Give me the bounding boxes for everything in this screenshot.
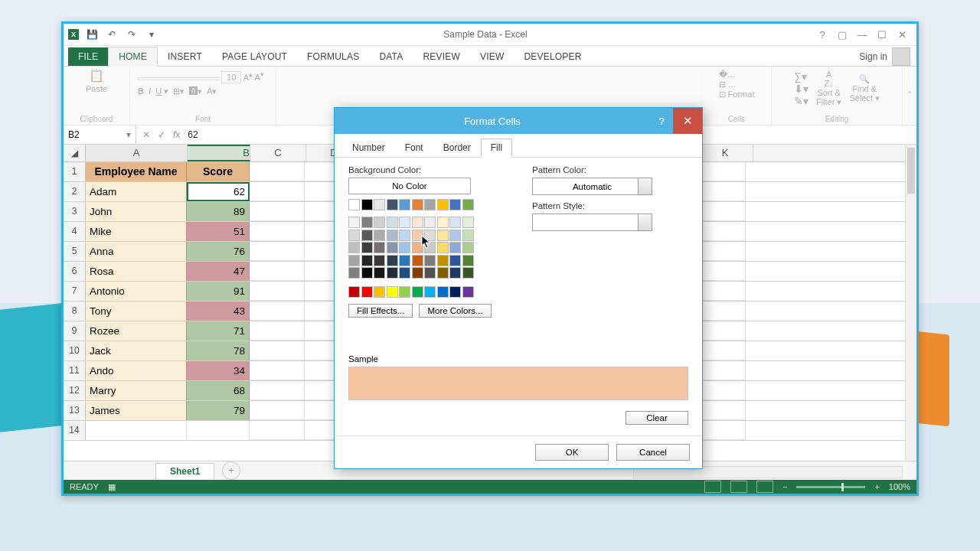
tab-fill[interactable]: Fill — [481, 139, 512, 158]
enter-formula-icon[interactable]: ✓ — [158, 129, 165, 140]
color-swatch[interactable] — [374, 230, 385, 241]
tab-view[interactable]: VIEW — [470, 47, 514, 66]
color-swatch[interactable] — [462, 217, 474, 228]
col-header-k[interactable]: K — [697, 145, 753, 161]
pattern-color-select[interactable]: Automatic — [532, 178, 652, 195]
color-swatch[interactable] — [374, 286, 385, 298]
zoom-level[interactable]: 100% — [889, 482, 910, 491]
tab-font[interactable]: Font — [395, 139, 433, 157]
color-swatch[interactable] — [412, 230, 423, 241]
cell[interactable]: 34 — [187, 361, 250, 380]
cell[interactable]: Anna — [86, 242, 187, 261]
minimize-icon[interactable]: — — [852, 29, 872, 41]
row-header[interactable]: 1 — [64, 162, 86, 181]
color-swatch[interactable] — [424, 199, 436, 210]
color-swatch[interactable] — [412, 255, 423, 266]
cell[interactable]: 78 — [187, 341, 250, 360]
dialog-help-icon[interactable]: ? — [650, 116, 673, 127]
color-swatch[interactable] — [348, 242, 360, 253]
row-header[interactable]: 8 — [64, 302, 86, 321]
color-swatch[interactable] — [387, 267, 398, 279]
color-swatch[interactable] — [387, 230, 398, 241]
row-header[interactable]: 6 — [64, 262, 86, 281]
color-swatch[interactable] — [449, 199, 461, 210]
cell[interactable]: Marry — [86, 381, 187, 400]
col-header-a[interactable]: A — [86, 145, 188, 161]
color-swatch[interactable] — [361, 255, 373, 266]
color-swatch[interactable] — [424, 217, 436, 228]
color-swatch[interactable] — [449, 217, 461, 228]
color-swatch[interactable] — [374, 255, 385, 266]
color-swatch[interactable] — [361, 230, 373, 241]
cell[interactable]: Employee Name — [86, 162, 187, 181]
color-swatch[interactable] — [412, 217, 423, 228]
color-swatch[interactable] — [424, 286, 436, 298]
tab-border[interactable]: Border — [433, 139, 481, 157]
pattern-style-select[interactable] — [532, 214, 652, 231]
row-header[interactable]: 10 — [64, 341, 86, 360]
color-swatch[interactable] — [374, 267, 385, 279]
cell[interactable]: John — [86, 202, 187, 221]
cell[interactable]: 89 — [187, 202, 250, 221]
dialog-close-icon[interactable]: ✕ — [673, 108, 702, 134]
color-swatch[interactable] — [399, 230, 410, 241]
color-swatch[interactable] — [437, 242, 449, 253]
color-swatch[interactable] — [399, 242, 410, 253]
row-header[interactable]: 12 — [64, 381, 86, 400]
ok-button[interactable]: OK — [535, 444, 609, 461]
color-swatch[interactable] — [387, 242, 398, 253]
view-normal-icon[interactable] — [704, 481, 721, 493]
tab-data[interactable]: DATA — [369, 47, 413, 66]
find-select-button[interactable]: 🔍Find & Select ▾ — [849, 74, 880, 103]
view-page-break-icon[interactable] — [756, 481, 773, 493]
cell[interactable]: 62 — [187, 182, 250, 201]
color-swatch[interactable] — [361, 217, 373, 228]
color-swatch[interactable] — [374, 199, 385, 210]
macro-record-icon[interactable]: ▦ — [108, 482, 116, 492]
color-swatch[interactable] — [437, 199, 449, 210]
color-swatch[interactable] — [449, 267, 461, 279]
maximize-icon[interactable]: ☐ — [872, 29, 892, 41]
new-sheet-icon[interactable]: ＋ — [222, 461, 240, 480]
sign-in[interactable]: Sign in — [859, 47, 910, 66]
tab-home[interactable]: HOME — [108, 47, 158, 67]
color-swatch[interactable] — [449, 230, 461, 241]
name-box[interactable]: B2▾ — [64, 126, 136, 144]
col-header-c[interactable]: C — [250, 145, 306, 161]
color-swatch[interactable] — [424, 230, 436, 241]
color-swatch[interactable] — [437, 230, 449, 241]
cell[interactable]: 91 — [187, 282, 250, 301]
color-swatch[interactable] — [437, 255, 449, 266]
clear-button[interactable]: Clear — [626, 411, 688, 425]
cell[interactable]: Ando — [86, 361, 187, 380]
color-swatch[interactable] — [437, 286, 449, 298]
cell[interactable]: 76 — [187, 242, 250, 261]
tab-developer[interactable]: DEVELOPER — [514, 47, 591, 66]
undo-icon[interactable]: ↶ — [105, 29, 119, 40]
color-swatch[interactable] — [462, 255, 474, 266]
cell[interactable]: 51 — [187, 222, 250, 241]
row-header[interactable]: 3 — [64, 202, 86, 221]
cell[interactable]: 68 — [187, 381, 250, 400]
color-swatch[interactable] — [424, 267, 436, 279]
ribbon-options-icon[interactable]: ▢ — [832, 29, 852, 41]
color-swatch[interactable] — [387, 286, 398, 298]
color-swatch[interactable] — [348, 230, 360, 241]
tab-number[interactable]: Number — [342, 139, 395, 157]
color-swatch[interactable] — [449, 286, 461, 298]
color-swatch[interactable] — [399, 255, 410, 266]
save-icon[interactable]: 💾 — [85, 29, 99, 40]
color-swatch[interactable] — [387, 217, 398, 228]
cell[interactable]: James — [86, 401, 187, 420]
insert-cells-icon[interactable]: �…⊟ …⊡ Format — [719, 70, 755, 99]
col-header-b[interactable]: B — [188, 145, 250, 161]
select-all[interactable]: ◢ — [64, 145, 86, 161]
color-swatch[interactable] — [374, 217, 385, 228]
redo-icon[interactable]: ↷ — [125, 29, 139, 40]
row-header[interactable]: 9 — [64, 321, 86, 341]
color-swatch[interactable] — [374, 242, 385, 253]
color-swatch[interactable] — [361, 242, 373, 253]
color-swatch[interactable] — [437, 217, 449, 228]
color-swatch[interactable] — [399, 286, 410, 298]
color-swatch[interactable] — [462, 267, 474, 279]
